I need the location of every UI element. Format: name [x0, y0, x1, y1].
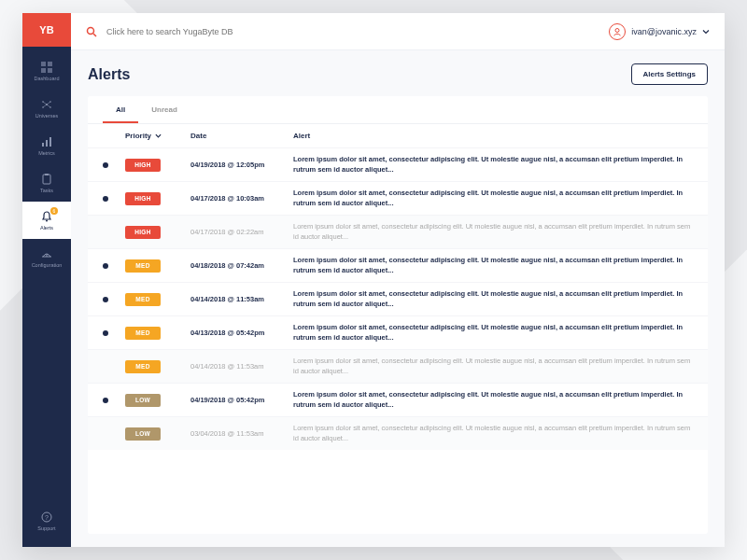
- nav-label: Tasks: [40, 188, 53, 193]
- nav-label: Metrics: [38, 150, 55, 156]
- alert-row[interactable]: MED04/18/2018 @ 07:42amLorem ipsum dolor…: [88, 248, 708, 282]
- sidebar-item-configuration[interactable]: Configuration: [22, 239, 71, 276]
- configuration-icon: [40, 247, 53, 260]
- col-priority[interactable]: Priority: [125, 132, 190, 140]
- sidebar-item-tasks[interactable]: Tasks: [22, 164, 71, 202]
- svg-point-23: [88, 27, 94, 34]
- alert-text: Lorem ipsum dolor sit amet, consectetur …: [293, 155, 693, 175]
- tasks-icon: [40, 173, 53, 186]
- support-link[interactable]: ? Support: [22, 504, 71, 538]
- help-icon: ?: [40, 511, 53, 524]
- alert-date: 03/04/2018 @ 11:53am: [190, 429, 293, 438]
- priority-badge: HIGH: [125, 192, 161, 205]
- priority-badge: MED: [125, 259, 161, 273]
- search-icon: [86, 26, 97, 37]
- main: ivan@jovanic.xyz Alerts Alerts Settings …: [71, 13, 725, 547]
- tab-unread[interactable]: Unread: [138, 96, 190, 123]
- svg-rect-17: [45, 174, 49, 175]
- nav-label: Configuration: [32, 262, 63, 268]
- search-input[interactable]: [106, 27, 609, 36]
- unread-indicator: [103, 330, 125, 336]
- svg-rect-15: [49, 137, 51, 147]
- dashboard-icon: [40, 61, 53, 74]
- alert-text: Lorem ipsum dolor sit amet, consectetur …: [293, 189, 693, 208]
- svg-line-10: [47, 102, 50, 105]
- alerts-badge: 6: [50, 207, 58, 215]
- svg-line-12: [47, 105, 50, 107]
- sidebar-item-dashboard[interactable]: Dashboard: [22, 52, 71, 90]
- priority-badge: MED: [125, 293, 161, 306]
- unread-indicator: [103, 196, 125, 202]
- alert-row[interactable]: HIGH04/19/2018 @ 12:05pmLorem ipsum dolo…: [88, 147, 708, 181]
- chevron-down-icon: [155, 133, 162, 139]
- col-date[interactable]: Date: [190, 132, 293, 140]
- alerts-rows: HIGH04/19/2018 @ 12:05pmLorem ipsum dolo…: [88, 147, 708, 534]
- svg-text:?: ?: [45, 514, 49, 521]
- alert-date: 04/14/2018 @ 11:53am: [190, 362, 293, 371]
- svg-rect-16: [43, 175, 50, 184]
- svg-rect-0: [41, 62, 46, 66]
- alert-text: Lorem ipsum dolor sit amet, consectetur …: [293, 289, 693, 309]
- topbar: ivan@jovanic.xyz: [71, 13, 725, 50]
- alert-row[interactable]: HIGH04/17/2018 @ 02:22amLorem ipsum dolo…: [88, 215, 708, 248]
- alert-text: Lorem ipsum dolor sit amet, consectetur …: [293, 357, 693, 376]
- user-menu[interactable]: ivan@jovanic.xyz: [609, 23, 710, 40]
- svg-point-25: [615, 28, 619, 32]
- nav-label: Dashboard: [35, 76, 60, 81]
- chevron-down-icon: [702, 28, 710, 35]
- svg-rect-13: [42, 143, 44, 147]
- alert-row[interactable]: HIGH04/17/2018 @ 10:03amLorem ipsum dolo…: [88, 181, 708, 215]
- alert-row[interactable]: MED04/13/2018 @ 05:42pmLorem ipsum dolor…: [88, 315, 708, 349]
- sidebar-item-metrics[interactable]: Metrics: [22, 127, 71, 164]
- alert-date: 04/14/2018 @ 11:53am: [190, 295, 293, 303]
- nav-label: Alerts: [40, 225, 53, 231]
- priority-badge: HIGH: [125, 226, 161, 239]
- alerts-panel: AllUnread Priority Date Alert HIGH04/19/…: [88, 96, 708, 534]
- svg-rect-3: [48, 68, 52, 73]
- tab-all[interactable]: All: [103, 96, 138, 123]
- alert-row[interactable]: MED04/14/2018 @ 11:53amLorem ipsum dolor…: [88, 349, 708, 383]
- priority-badge: LOW: [125, 427, 161, 441]
- priority-badge: MED: [125, 360, 161, 373]
- svg-line-9: [43, 102, 47, 105]
- alert-date: 04/17/2018 @ 10:03am: [190, 194, 293, 203]
- alert-row[interactable]: LOW04/19/2018 @ 05:42pmLorem ipsum dolor…: [88, 383, 708, 416]
- unread-indicator: [103, 162, 125, 168]
- svg-rect-14: [46, 140, 48, 147]
- svg-line-11: [43, 105, 47, 107]
- table-header: Priority Date Alert: [88, 124, 708, 147]
- priority-badge: HIGH: [125, 159, 161, 172]
- metrics-icon: [40, 135, 53, 148]
- alert-text: Lorem ipsum dolor sit amet, consectetur …: [293, 222, 693, 242]
- priority-badge: LOW: [125, 394, 161, 407]
- alert-date: 04/18/2018 @ 07:42am: [190, 261, 293, 270]
- col-alert[interactable]: Alert: [293, 132, 693, 140]
- avatar-icon: [609, 23, 626, 40]
- support-label: Support: [37, 525, 55, 531]
- unread-indicator: [103, 263, 125, 269]
- nav-label: Universes: [35, 113, 58, 119]
- alert-date: 04/17/2018 @ 02:22am: [190, 228, 293, 236]
- alerts-settings-button[interactable]: Alerts Settings: [631, 63, 708, 85]
- tabs: AllUnread: [88, 96, 708, 124]
- unread-indicator: [103, 297, 125, 302]
- alert-date: 04/13/2018 @ 05:42pm: [190, 329, 293, 337]
- page-header: Alerts Alerts Settings: [88, 63, 708, 85]
- universes-icon: [40, 98, 53, 111]
- sidebar-item-alerts[interactable]: Alerts6: [22, 202, 71, 239]
- nav: DashboardUniversesMetricsTasksAlerts6Con…: [22, 52, 71, 276]
- alert-row[interactable]: LOW03/04/2018 @ 11:53amLorem ipsum dolor…: [88, 416, 708, 450]
- unread-indicator: [103, 398, 125, 403]
- sidebar: YB DashboardUniversesMetricsTasksAlerts6…: [22, 13, 71, 547]
- alert-text: Lorem ipsum dolor sit amet, consectetur …: [293, 390, 693, 410]
- alert-text: Lorem ipsum dolor sit amet, consectetur …: [293, 323, 693, 343]
- alert-text: Lorem ipsum dolor sit amet, consectetur …: [293, 256, 693, 275]
- logo[interactable]: YB: [22, 13, 71, 47]
- svg-line-24: [93, 34, 96, 36]
- user-email: ivan@jovanic.xyz: [631, 27, 697, 36]
- content: Alerts Alerts Settings AllUnread Priorit…: [71, 50, 725, 547]
- alert-text: Lorem ipsum dolor sit amet, consectetur …: [293, 424, 693, 443]
- alert-row[interactable]: MED04/14/2018 @ 11:53amLorem ipsum dolor…: [88, 282, 708, 315]
- sidebar-item-universes[interactable]: Universes: [22, 90, 71, 127]
- alert-date: 04/19/2018 @ 05:42pm: [190, 396, 293, 404]
